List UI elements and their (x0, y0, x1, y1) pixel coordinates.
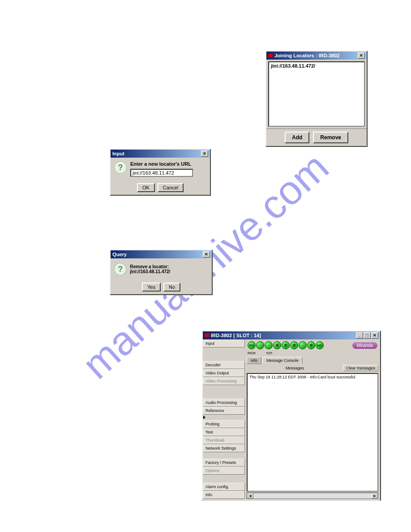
sidebar-item-info[interactable]: Info (203, 491, 245, 499)
main-title: IRD-3802 [ SLOT : 14] (211, 333, 261, 338)
status-icon: RX (248, 341, 256, 349)
joining-locators-window: Joining Locators : IRD-3802 ✕ jini://163… (265, 51, 368, 147)
sidebar-item-video-output[interactable]: Video Output (203, 369, 245, 377)
tab-info[interactable]: Info (247, 357, 261, 364)
log-entry: Thu Sep 18 11:28:12 EDT 2008 - Info:Card… (249, 375, 355, 379)
signal-label-rem: REM (248, 351, 256, 355)
scroll-left-icon[interactable]: ◄ (247, 493, 253, 498)
signal-label-525: 525 (266, 351, 272, 355)
sidebar-item-reference[interactable]: Reference (203, 407, 245, 415)
locator-entry[interactable]: jini://163.48.11.472/ (271, 63, 315, 69)
input-dialog: Input ✕ ? Enter a new locator's URL OK C… (110, 149, 211, 196)
main-titlebar: IRD-3802 [ SLOT : 14] _ □ ✕ (203, 331, 380, 339)
locators-list[interactable]: jini://163.48.11.472/ (268, 61, 365, 127)
status-icon: → (256, 341, 264, 349)
maximize-icon[interactable]: □ (364, 332, 371, 339)
add-button[interactable]: Add (285, 132, 309, 143)
clear-messages-button[interactable]: Clear messages (343, 365, 378, 371)
question-icon: ? (114, 263, 126, 275)
joining-titlebar: Joining Locators : IRD-3802 ✕ (266, 51, 367, 60)
status-icon: ⦿ (273, 341, 281, 349)
input-titlebar: Input ✕ (111, 150, 210, 158)
question-icon: ? (114, 161, 127, 174)
status-icon: HD (316, 341, 324, 349)
scroll-right-icon[interactable]: ► (372, 493, 378, 498)
no-button[interactable]: No (163, 283, 180, 292)
input-title: Input (112, 151, 124, 156)
sidebar-item-video-processing: Video Processing (203, 377, 245, 385)
status-icon: ⦿ (307, 341, 315, 349)
status-icon: → (299, 341, 307, 349)
app-icon (205, 334, 209, 337)
horizontal-scrollbar[interactable]: ◄ ► (247, 493, 378, 499)
sidebar: Input Decoder Video Output Video Process… (203, 339, 245, 501)
sidebar-item-alarm-config[interactable]: Alarm config. (203, 483, 245, 491)
query-title: Query (112, 252, 127, 257)
sidebar-item-thumbnail: Thumbnail (203, 436, 245, 444)
brand-logo: Miranda (352, 342, 377, 349)
close-icon[interactable]: ✕ (201, 150, 208, 157)
sidebar-item-options: Options (203, 467, 245, 475)
sidebar-item-probing[interactable]: Probing (203, 420, 245, 428)
query-dialog: Query ✕ ? Remove a locator: jini://163.4… (110, 249, 213, 295)
sidebar-item-test[interactable]: Test (203, 428, 245, 436)
sidebar-item-network-settings[interactable]: Network Settings (203, 444, 245, 452)
remove-button[interactable]: Remove (313, 132, 348, 143)
locator-url-input[interactable] (130, 169, 193, 177)
yes-button[interactable]: Yes (142, 283, 161, 292)
minimize-icon[interactable]: _ (356, 332, 363, 339)
main-panel: RX → → ⦿ ⦿ ⦿ → ⦿ HD Miranda REM 525 Info… (245, 339, 380, 501)
cancel-button[interactable]: Cancel (158, 183, 184, 192)
expand-icon[interactable] (203, 416, 206, 419)
ok-button[interactable]: OK (137, 183, 155, 192)
sidebar-item-input[interactable]: Input (203, 339, 245, 348)
status-icon: → (265, 341, 273, 349)
app-icon (268, 54, 273, 57)
message-log[interactable]: Thu Sep 18 11:28:12 EDT 2008 - Info:Card… (247, 373, 378, 492)
sidebar-item-factory-presets[interactable]: Factory / Presets (203, 459, 245, 467)
ird-main-window: IRD-3802 [ SLOT : 14] _ □ ✕ Input Decode… (202, 330, 381, 501)
sidebar-item-audio-processing[interactable]: Audio Processing (203, 399, 245, 407)
tab-message-console[interactable]: Message Console (262, 357, 303, 364)
status-icon: ⦿ (290, 341, 298, 349)
close-icon[interactable]: ✕ (371, 332, 378, 339)
joining-title: Joining Locators : IRD-3802 (274, 53, 339, 58)
messages-header: Messages (247, 366, 343, 370)
input-prompt: Enter a new locator's URL (130, 161, 193, 167)
sidebar-item-decoder[interactable]: Decoder (203, 361, 245, 369)
query-message: Remove a locator: jini://163.48.11.472/ (130, 264, 208, 274)
close-icon[interactable]: ✕ (203, 251, 210, 257)
status-icon: ⦿ (282, 341, 290, 349)
status-icons: RX → → ⦿ ⦿ ⦿ → ⦿ HD (248, 341, 324, 349)
query-titlebar: Query ✕ (111, 250, 212, 258)
close-icon[interactable]: ✕ (358, 52, 365, 59)
